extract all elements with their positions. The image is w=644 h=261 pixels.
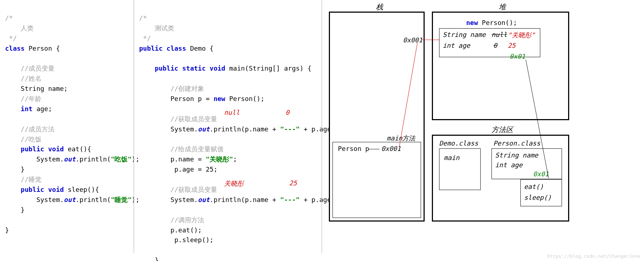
code: p.eat(); [139, 226, 202, 234]
code: } [139, 256, 159, 261]
code: System. [139, 196, 198, 203]
comment: //睡觉 [5, 176, 42, 183]
code: System. [139, 125, 198, 133]
code: System. [5, 196, 64, 203]
code: eat(){ [64, 145, 91, 153]
ma-string-name: String name [495, 151, 538, 159]
code: String name; [5, 85, 68, 92]
kw-out: out [198, 196, 210, 203]
heap-string-name: String name [443, 31, 486, 38]
kw-out: out [64, 155, 76, 163]
ma-eat: eat() [524, 183, 544, 190]
kw-int: int [5, 105, 33, 113]
comment: //成员方法 [5, 125, 55, 133]
code: age; [33, 105, 52, 113]
code: .println(p.name + [210, 196, 280, 203]
code: Person(); [225, 95, 264, 102]
code: Demo { [186, 45, 214, 52]
comment: //创建对象 [139, 85, 204, 92]
ma-int-age: int age [495, 161, 523, 169]
comment: */ [139, 34, 151, 42]
ma-person-label: Person.class [493, 139, 540, 147]
comment: //调用方法 [139, 216, 204, 224]
heap-box [432, 12, 569, 120]
label-method-area: 方法区 [481, 125, 524, 135]
str: "吃饭" [111, 155, 132, 163]
code: .println( [76, 155, 111, 163]
str: "睡觉" [111, 196, 132, 203]
comment: 人类 [5, 24, 34, 32]
annotation-gxt: 关晓彤 [224, 179, 244, 188]
code: sleep(){ [64, 186, 99, 193]
code: .println(p.name + [210, 125, 280, 133]
code: p.sleep(); [139, 236, 214, 244]
code: System. [5, 155, 64, 163]
kw-out: out [64, 196, 76, 203]
str: "---" [280, 196, 300, 203]
kw-class: class [5, 45, 25, 52]
heap-25: 25 [508, 42, 516, 49]
code: } [5, 206, 25, 214]
kw-pv: public void [5, 145, 64, 153]
comment: //年龄 [5, 95, 42, 102]
label-stack: 栈 [358, 2, 401, 12]
comment: */ [5, 34, 17, 42]
code: main(String[] args) { [225, 64, 311, 72]
heap-null: null [491, 31, 507, 38]
ma-demo-label: Demo.class [439, 139, 478, 147]
code: .println( [76, 196, 111, 203]
str: "关晓彤" [206, 155, 233, 163]
code: p.name = [139, 155, 206, 163]
heap-gxt: "关晓彤" [508, 31, 535, 39]
kw-pc: public class [139, 45, 186, 52]
code-panel-demo: /* 测试类 */ public class Demo { public sta… [134, 0, 322, 253]
code: Person { [25, 45, 60, 52]
heap-zero: 0 [493, 42, 497, 49]
code: ; [233, 155, 237, 163]
code: } [5, 226, 9, 234]
ma-0x01: 0x01 [533, 170, 549, 178]
comment: //成员变量 [5, 64, 55, 72]
stack-personp: Person p [338, 145, 369, 152]
ma-main: main [444, 154, 459, 161]
heap-int-age: int age [443, 42, 470, 49]
label-heap: 堆 [481, 2, 524, 12]
stack-addr: 0x001 [403, 36, 422, 44]
comment: 测试类 [139, 24, 174, 32]
watermark: https://blog.csdn.net/ChangerJone [547, 253, 640, 259]
divider [322, 0, 322, 253]
code-panel-person: /* 人类 */ class Person { //成员变量 //姓名 Stri… [0, 0, 134, 253]
heap-new-person: new Person(); [466, 19, 517, 26]
kw-new: new [214, 95, 226, 102]
stack-frame [332, 142, 421, 218]
str: "---" [280, 125, 300, 133]
comment: //吃饭 [5, 135, 42, 143]
comment: /* [139, 14, 147, 22]
comment: //给成员变量赋值 [139, 145, 224, 153]
heap-0x01: 0x01 [510, 52, 525, 60]
code: p.age = 25; [139, 165, 218, 173]
code: } [5, 165, 25, 173]
comment: //获取成员变量 [139, 186, 217, 193]
stack-main-label: main方法 [387, 134, 415, 143]
comment: /* [5, 14, 13, 22]
kw-out: out [198, 125, 210, 133]
comment: //获取成员变量 [139, 115, 217, 123]
kw-pv: public void [5, 186, 64, 193]
annotation-null: null [224, 109, 240, 116]
annotation-25: 25 [289, 179, 297, 187]
stack-pval: 0x001 [381, 145, 401, 152]
kw-psvm: public static void [139, 64, 225, 72]
ma-sleep: sleep() [524, 194, 551, 201]
comment: //姓名 [5, 75, 42, 82]
annotation-0: 0 [285, 109, 289, 116]
code: Person p = [139, 95, 214, 102]
